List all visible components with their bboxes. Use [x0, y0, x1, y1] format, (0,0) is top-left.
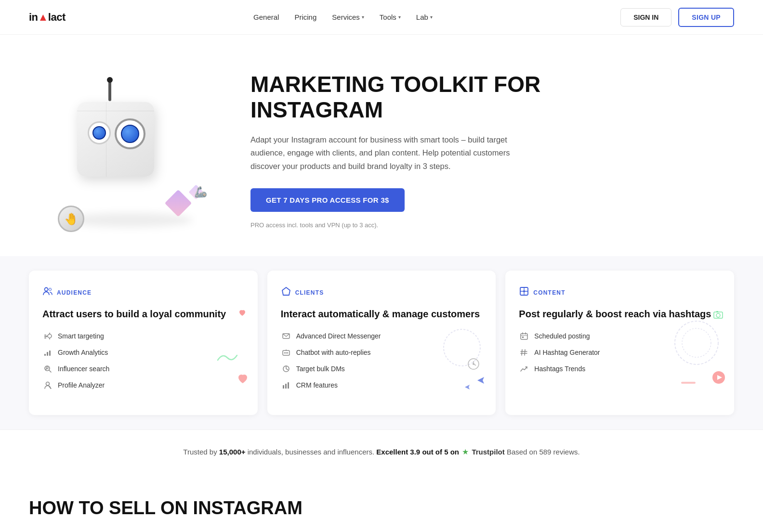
- chevron-down-icon: ▾: [430, 14, 433, 20]
- hero-subtitle: Adapt your Instagram account for busines…: [250, 133, 520, 173]
- cta-button[interactable]: GET 7 DAYS PRO ACCESS FOR 3$: [250, 188, 405, 212]
- feature-label: CRM features: [296, 381, 338, 389]
- svg-rect-46: [522, 337, 524, 338]
- card-audience-tag: AUDIENCE: [42, 286, 244, 299]
- robot-pupil-right: [121, 125, 139, 143]
- how-to-title: HOW TO SELL ON INSTAGRAM: [29, 498, 734, 519]
- svg-marker-18: [282, 287, 290, 295]
- svg-marker-33: [465, 385, 470, 389]
- robot-eye-right: [115, 118, 145, 149]
- svg-rect-30: [288, 382, 289, 389]
- feature-label: Influencer search: [58, 365, 109, 373]
- trust-star-icon: ★: [462, 448, 469, 456]
- svg-rect-12: [49, 350, 51, 356]
- trust-platform: Trustpilot: [472, 448, 504, 456]
- hero-title: MARKETING TOOLKIT FOR INSTAGRAM: [250, 72, 559, 123]
- chevron-down-icon: ▾: [398, 14, 401, 20]
- chevron-down-icon: ▾: [362, 14, 364, 20]
- card-audience-title: Attract users to build a loyal community: [42, 308, 244, 320]
- svg-line-47: [522, 350, 522, 355]
- robot-pupil-left: [92, 126, 106, 140]
- trust-platform-suffix: Based on 589 reviews.: [507, 448, 580, 456]
- robot-eye-left: [88, 121, 111, 144]
- card-content-label: CONTENT: [533, 289, 565, 296]
- hero-section: 🤚 🦾 MARKETING TOOLKIT FOR INSTAGRAM Adap…: [0, 35, 763, 256]
- nav-actions: SIGN IN SIGN UP: [620, 8, 734, 27]
- nav-tools[interactable]: Tools ▾: [380, 13, 401, 21]
- card-deco-line: [681, 379, 700, 389]
- svg-point-5: [48, 334, 52, 338]
- feature-label: Advanced Direct Messenger: [296, 332, 381, 340]
- targeting-icon: [42, 331, 53, 341]
- card-clients: CLIENTS Interact automatically & manage …: [267, 271, 496, 415]
- card-audience-label: AUDIENCE: [57, 289, 92, 296]
- cta-note: PRO access incl. tools and VPN (up to 3 …: [250, 221, 734, 229]
- dm-icon: [281, 331, 291, 341]
- nav-links: General Pricing Services ▾ Tools ▾ Lab ▾: [253, 13, 433, 21]
- trust-bar: Trusted by 15,000+ individuals, business…: [0, 429, 763, 474]
- trust-rating: Excellent 3.9 out of 5 on: [376, 448, 461, 456]
- card-deco-squiggle: [215, 350, 239, 367]
- card-deco-camera: [713, 309, 724, 322]
- svg-point-37: [473, 363, 474, 365]
- logo[interactable]: in▲lact: [29, 11, 66, 24]
- feature-profile-analyzer: Profile Analyzer: [42, 380, 244, 390]
- svg-rect-2: [44, 335, 46, 336]
- svg-point-51: [675, 321, 718, 364]
- clients-icon: [281, 286, 291, 299]
- svg-line-48: [525, 350, 525, 355]
- trust-count: 15,000+: [219, 448, 246, 456]
- card-deco-arrow2: [474, 374, 487, 389]
- robot-arm-right: 🦾: [194, 186, 207, 198]
- cards-section: AUDIENCE Attract users to build a loyal …: [0, 256, 763, 429]
- card-deco-heart: [238, 309, 246, 319]
- card-deco-arrow3: [463, 383, 472, 393]
- nav-services[interactable]: Services ▾: [332, 13, 364, 21]
- hero-content: MARKETING TOOLKIT FOR INSTAGRAM Adapt yo…: [231, 72, 734, 228]
- feature-label: Growth Analytics: [58, 349, 108, 356]
- svg-rect-10: [44, 354, 46, 356]
- card-deco-heart2: [237, 374, 248, 386]
- svg-point-23: [287, 352, 288, 354]
- crm-icon: [281, 380, 291, 390]
- logo-text: in▲lact: [29, 11, 66, 24]
- robot-decoration: [169, 194, 197, 222]
- svg-point-22: [285, 352, 287, 354]
- card-content: CONTENT Post regularly & boost reach via…: [505, 271, 734, 415]
- how-to-section: HOW TO SELL ON INSTAGRAM: [0, 474, 763, 532]
- robot-body: [77, 102, 154, 177]
- card-content-tag: CONTENT: [519, 286, 721, 299]
- svg-point-21: [284, 352, 285, 354]
- feature-smart-targeting: Smart targeting: [42, 331, 244, 341]
- robot-antenna-ball: [107, 77, 113, 83]
- logo-accent: ▲: [38, 11, 48, 23]
- svg-line-14: [49, 370, 51, 372]
- card-clients-tag: CLIENTS: [281, 286, 483, 299]
- trends-icon: [519, 363, 529, 374]
- nav-lab[interactable]: Lab ▾: [416, 13, 433, 21]
- nav-pricing[interactable]: Pricing: [294, 13, 316, 21]
- svg-point-16: [46, 382, 50, 386]
- feature-label: Profile Analyzer: [58, 381, 105, 389]
- feature-label: Chatbot with auto-replies: [296, 349, 371, 356]
- card-clients-title: Interact automatically & manage customer…: [281, 308, 483, 320]
- card-deco-play: [712, 371, 725, 386]
- card-deco-watch: [467, 357, 480, 373]
- svg-rect-11: [47, 352, 48, 356]
- profile-icon: [42, 380, 53, 390]
- svg-point-41: [523, 290, 525, 292]
- feature-crm: CRM features: [281, 380, 483, 390]
- card-audience: AUDIENCE Attract users to build a loyal …: [29, 271, 258, 415]
- feature-label: Scheduled posting: [534, 332, 590, 340]
- svg-rect-42: [521, 334, 527, 339]
- signin-button[interactable]: SIGN IN: [620, 8, 671, 26]
- nav-general[interactable]: General: [253, 13, 279, 21]
- card-deco-circles: [672, 319, 721, 369]
- card-audience-features: Smart targeting Growth Analytics: [42, 331, 244, 390]
- hero-image: 🤚 🦾: [29, 64, 231, 237]
- chatbot-icon: [281, 347, 291, 358]
- audience-icon: [42, 286, 53, 299]
- svg-point-54: [716, 313, 720, 317]
- signup-button[interactable]: SIGN UP: [678, 8, 734, 27]
- calendar-icon: [519, 331, 529, 341]
